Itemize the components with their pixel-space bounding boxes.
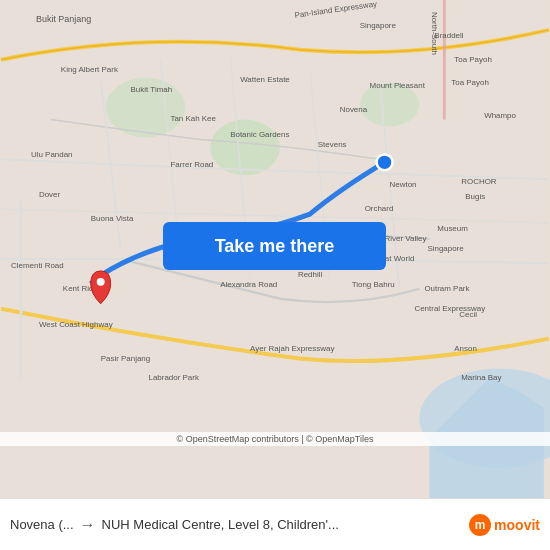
svg-text:Museum: Museum xyxy=(437,224,468,233)
attribution-bar: © OpenStreetMap contributors | © OpenMap… xyxy=(0,432,550,446)
moovit-logo: m moovit xyxy=(469,514,540,536)
map-container: Bukit Panjang Pan-Island Expressway King… xyxy=(0,0,550,498)
svg-point-51 xyxy=(97,278,105,286)
svg-text:Orchard: Orchard xyxy=(365,204,394,213)
svg-text:Cecil: Cecil xyxy=(459,310,477,319)
svg-text:North-South: North-South xyxy=(430,12,439,55)
svg-text:Tiong Bahru: Tiong Bahru xyxy=(352,280,395,289)
svg-text:Toa Payoh: Toa Payoh xyxy=(451,78,489,87)
svg-text:Labrador Park: Labrador Park xyxy=(149,373,199,382)
svg-text:Singapore: Singapore xyxy=(360,21,397,30)
svg-text:Marina Bay: Marina Bay xyxy=(461,373,501,382)
svg-text:Stevens: Stevens xyxy=(318,140,347,149)
svg-text:Tan Kah Kee: Tan Kah Kee xyxy=(170,115,216,124)
app: Bukit Panjang Pan-Island Expressway King… xyxy=(0,0,550,550)
svg-text:Newton: Newton xyxy=(390,180,417,189)
svg-text:King Albert Park: King Albert Park xyxy=(61,65,118,74)
svg-text:Clementi Road: Clementi Road xyxy=(11,261,64,270)
svg-text:Toa Payoh: Toa Payoh xyxy=(454,55,492,64)
svg-point-2 xyxy=(210,120,280,176)
svg-text:Bukit Panjang: Bukit Panjang xyxy=(36,14,91,24)
take-me-there-button[interactable]: Take me there xyxy=(163,222,386,270)
route-to: NUH Medical Centre, Level 8, Children'..… xyxy=(102,517,462,532)
bottom-bar: Novena (... → NUH Medical Centre, Level … xyxy=(0,498,550,550)
svg-text:Ayer Rajah Expressway: Ayer Rajah Expressway xyxy=(250,344,334,353)
moovit-text: moovit xyxy=(494,517,540,533)
moovit-m-icon: m xyxy=(469,514,491,536)
route-from: Novena (... xyxy=(10,517,74,532)
svg-text:Redhill: Redhill xyxy=(298,270,323,279)
svg-text:Novena: Novena xyxy=(340,105,368,114)
svg-text:Bugis: Bugis xyxy=(465,192,485,201)
route-arrow: → xyxy=(80,516,96,534)
svg-text:Alexandra Road: Alexandra Road xyxy=(220,280,277,289)
svg-text:River Valley: River Valley xyxy=(385,234,427,243)
svg-text:Ulu Pandan: Ulu Pandan xyxy=(31,150,73,159)
attribution-text: © OpenStreetMap contributors | © OpenMap… xyxy=(177,434,374,444)
svg-text:Singapore: Singapore xyxy=(427,244,464,253)
svg-text:Botanic Gardens: Botanic Gardens xyxy=(230,130,289,139)
svg-text:Farrer Road: Farrer Road xyxy=(170,160,213,169)
svg-point-50 xyxy=(377,154,393,170)
svg-text:Buona Vista: Buona Vista xyxy=(91,214,134,223)
svg-text:Dover: Dover xyxy=(39,190,61,199)
svg-text:Watten Estate: Watten Estate xyxy=(240,75,290,84)
svg-text:Bukit Timah: Bukit Timah xyxy=(131,85,173,94)
svg-text:Pasir Panjang: Pasir Panjang xyxy=(101,354,151,363)
svg-text:Whampo: Whampo xyxy=(484,111,516,120)
svg-text:Mount Pleasant: Mount Pleasant xyxy=(370,81,426,90)
svg-text:West Coast Highway: West Coast Highway xyxy=(39,320,113,329)
svg-text:Anson: Anson xyxy=(454,344,477,353)
svg-text:Outram Park: Outram Park xyxy=(424,284,469,293)
svg-text:ROCHOR: ROCHOR xyxy=(461,177,497,186)
